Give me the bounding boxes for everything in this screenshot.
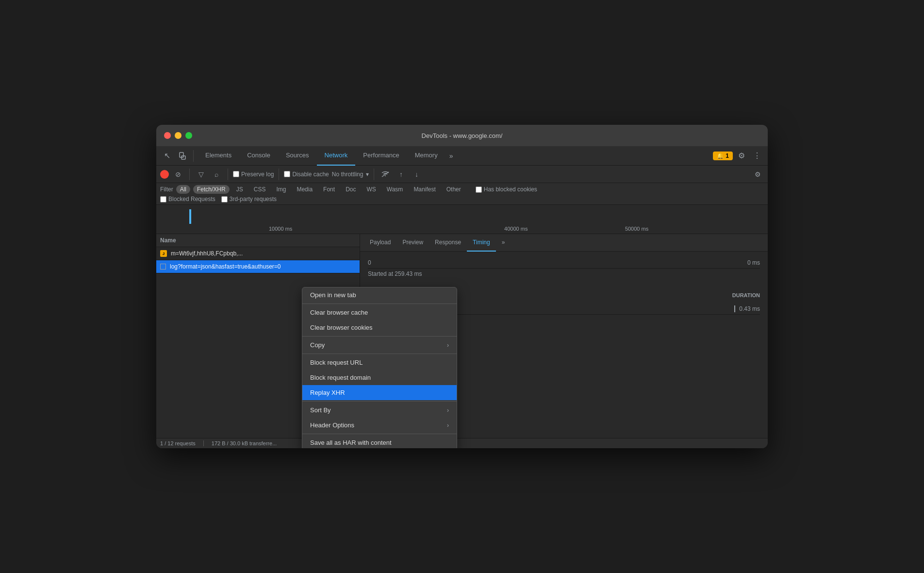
disable-cache-label[interactable]: Disable cache	[284, 171, 329, 178]
download-icon[interactable]: ↓	[410, 168, 423, 181]
ctx-header-options[interactable]: Header Options ›	[302, 418, 457, 433]
has-blocked-cookies-label[interactable]: Has blocked cookies	[476, 186, 537, 193]
device-icon[interactable]	[176, 149, 189, 163]
filter-js[interactable]: JS	[232, 185, 247, 194]
throttle-arrow[interactable]: ▾	[366, 171, 369, 178]
disable-cache-checkbox[interactable]	[284, 171, 290, 177]
queueing-duration: 0.43 ms	[739, 305, 760, 312]
queueing-bar	[734, 305, 735, 312]
filter-all[interactable]: All	[176, 185, 190, 194]
tab-performance[interactable]: Performance	[355, 146, 407, 166]
filter-manifest[interactable]: Manifest	[410, 185, 439, 194]
ctx-header-arrow: ›	[447, 422, 449, 429]
has-blocked-cookies-checkbox[interactable]	[476, 186, 482, 193]
filter-font[interactable]: Font	[319, 185, 339, 194]
tab-timing[interactable]: Timing	[467, 234, 496, 252]
requests-count: 1 / 12 requests	[160, 440, 196, 446]
throttle-select[interactable]: No throttling	[332, 171, 363, 178]
traffic-lights	[164, 132, 192, 139]
ctx-save-har[interactable]: Save all as HAR with content	[302, 435, 457, 448]
third-party-label[interactable]: 3rd-party requests	[221, 196, 277, 202]
ctx-replay-xhr[interactable]: Replay XHR	[302, 385, 457, 400]
maximize-button[interactable]	[185, 132, 192, 139]
filter-img[interactable]: Img	[272, 185, 290, 194]
wifi-icon[interactable]	[379, 168, 392, 181]
ctx-sort-by[interactable]: Sort By ›	[302, 403, 457, 418]
preserve-log-checkbox[interactable]	[233, 171, 239, 177]
detail-tabs: Payload Preview Response Timing »	[360, 234, 768, 252]
timeline-mark-1: 10000 ms	[269, 226, 292, 232]
network-toolbar: ⊘ ▽ ⌕ Preserve log Disable cache No thro…	[156, 166, 768, 183]
blocked-requests-label[interactable]: Blocked Requests	[160, 196, 215, 202]
blocked-req-row: Blocked Requests 3rd-party requests	[160, 196, 764, 202]
tab-response[interactable]: Response	[429, 234, 467, 252]
filter-other[interactable]: Other	[443, 185, 465, 194]
request-item-1[interactable]: J m=Wt6vjf,hhhU8,FCpbqb,...	[156, 247, 360, 260]
tab-console[interactable]: Console	[239, 146, 278, 166]
ctx-clear-cache[interactable]: Clear browser cache	[302, 305, 457, 320]
start-label: 0	[368, 259, 371, 266]
toolbar-divider-2	[189, 169, 190, 180]
ctx-separator-2	[302, 336, 457, 337]
timeline-mark-3: 50000 ms	[625, 226, 648, 232]
filter-fetch-xhr[interactable]: Fetch/XHR	[193, 185, 230, 194]
cursor-icon[interactable]: ↖	[160, 149, 174, 163]
filter-doc[interactable]: Doc	[342, 185, 360, 194]
filter-wasm[interactable]: Wasm	[383, 185, 407, 194]
ctx-block-url[interactable]: Block request URL	[302, 355, 457, 370]
minimize-button[interactable]	[175, 132, 182, 139]
ctx-separator-1	[302, 303, 457, 304]
timeline-ruler: 10000 ms 40000 ms 50000 ms	[160, 205, 764, 234]
request-icon-yellow: J	[160, 250, 167, 257]
ctx-block-domain[interactable]: Block request domain	[302, 370, 457, 385]
filter-type-row: Filter All Fetch/XHR JS CSS Img Media Fo…	[160, 185, 764, 194]
filter-media[interactable]: Media	[293, 185, 316, 194]
status-bar: 1 / 12 requests 172 B / 30.0 kB transfer…	[156, 438, 768, 448]
tab-more-detail[interactable]: »	[496, 234, 511, 252]
request-icon-checkbox	[160, 264, 166, 270]
tabs-bar: Elements Console Sources Network Perform…	[198, 146, 711, 166]
network-settings-icon[interactable]: ⚙	[751, 168, 764, 181]
top-right-icons: 🔔 1 ⚙ ⋮	[713, 149, 764, 163]
tab-memory[interactable]: Memory	[407, 146, 446, 166]
more-icon[interactable]: ⋮	[750, 149, 764, 163]
close-button[interactable]	[164, 132, 171, 139]
record-button[interactable]	[160, 170, 169, 179]
tab-network[interactable]: Network	[317, 146, 356, 166]
request-name-2: log?format=json&hasfast=true&authuser=0	[170, 263, 280, 270]
requests-header: Name	[156, 234, 360, 247]
request-name-1: m=Wt6vjf,hhhU8,FCpbqb,...	[171, 250, 243, 257]
start-value-row: 0 0 ms	[368, 257, 760, 269]
request-item-2[interactable]: log?format=json&hasfast=true&authuser=0	[156, 260, 360, 273]
ctx-clear-cookies[interactable]: Clear browser cookies	[302, 320, 457, 335]
window-title: DevTools - www.google.com/	[422, 132, 503, 139]
toolbar-divider-5	[374, 169, 374, 180]
timeline-area: 10000 ms 40000 ms 50000 ms	[156, 205, 768, 234]
ctx-sort-arrow: ›	[447, 407, 449, 414]
tab-sources[interactable]: Sources	[278, 146, 317, 166]
ctx-open-new-tab[interactable]: Open in new tab	[302, 287, 457, 303]
tab-elements[interactable]: Elements	[198, 146, 239, 166]
tab-payload[interactable]: Payload	[364, 234, 396, 252]
upload-icon[interactable]: ↑	[395, 168, 407, 181]
blocked-requests-checkbox[interactable]	[160, 196, 166, 202]
main-content: Name J m=Wt6vjf,hhhU8,FCpbqb,... log?for…	[156, 234, 768, 438]
filter-icon[interactable]: ▽	[195, 168, 207, 181]
filter-css[interactable]: CSS	[250, 185, 270, 194]
settings-icon[interactable]: ⚙	[735, 149, 748, 163]
notification-badge[interactable]: 🔔 1	[713, 152, 733, 160]
tabs-more[interactable]: »	[446, 152, 457, 160]
tab-preview[interactable]: Preview	[396, 234, 429, 252]
filter-ws[interactable]: WS	[363, 185, 380, 194]
timeline-bar	[189, 209, 191, 224]
third-party-checkbox[interactable]	[221, 196, 228, 202]
preserve-log-label[interactable]: Preserve log	[233, 171, 274, 178]
filter-label: Filter	[160, 186, 173, 193]
ctx-separator-4	[302, 401, 457, 402]
search-icon[interactable]: ⌕	[210, 168, 223, 181]
ctx-separator-5	[302, 434, 457, 434]
duration-label: DURATION	[732, 292, 760, 298]
titlebar: DevTools - www.google.com/	[156, 125, 768, 146]
ctx-copy[interactable]: Copy ›	[302, 337, 457, 353]
stop-recording-icon[interactable]: ⊘	[172, 168, 184, 181]
